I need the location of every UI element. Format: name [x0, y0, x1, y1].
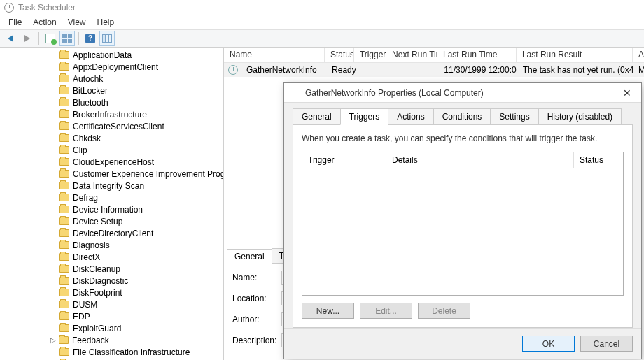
- view-grid-button[interactable]: [59, 31, 75, 46]
- col-status[interactable]: Status: [325, 48, 354, 62]
- tree-item[interactable]: DiskCleanup: [0, 263, 223, 275]
- cell-next: [388, 69, 439, 71]
- details-tab-general[interactable]: General: [227, 249, 272, 264]
- tree-item[interactable]: CertificateServicesClient: [0, 120, 223, 132]
- tree-item[interactable]: DirectX: [0, 251, 223, 263]
- menu-view[interactable]: View: [62, 16, 92, 29]
- new-trigger-button[interactable]: New...: [302, 303, 354, 319]
- panes-icon: [102, 34, 112, 43]
- tree-item[interactable]: Customer Experience Improvement Program: [0, 168, 223, 180]
- cancel-button[interactable]: Cancel: [580, 336, 633, 352]
- tree-item-label: BrokerInfrastructure: [73, 110, 147, 120]
- tree-item[interactable]: Clip: [0, 144, 223, 156]
- dialog-tab-actions[interactable]: Actions: [388, 108, 433, 125]
- folder-icon: [59, 158, 69, 166]
- sheet-icon: [46, 34, 55, 43]
- tree-item-label: Device Setup: [73, 217, 122, 226]
- tree-item-label: File Classification Infrastructure: [73, 347, 190, 357]
- tree-item[interactable]: Chkdsk: [0, 132, 223, 144]
- tree-item[interactable]: Device Setup: [0, 215, 223, 227]
- tree-item[interactable]: BrokerInfrastructure: [0, 108, 223, 120]
- tree-item-label: Device Information: [73, 205, 143, 215]
- tree-item[interactable]: Defrag: [0, 192, 223, 203]
- edit-trigger-button[interactable]: Edit...: [360, 303, 412, 319]
- tree-item[interactable]: EDP: [0, 310, 223, 322]
- col-result[interactable]: Last Run Result: [517, 48, 633, 62]
- folder-icon: [59, 277, 69, 285]
- task-icon: [228, 65, 238, 75]
- toolbar: ?: [0, 29, 644, 48]
- tree-item-label: DiskDiagnostic: [73, 276, 128, 286]
- dialog-titlebar[interactable]: GatherNetworkInfo Properties (Local Comp…: [284, 83, 641, 103]
- folder-icon: [59, 122, 69, 130]
- label-author: Author:: [232, 315, 281, 324]
- dialog-close-button[interactable]: ✕: [619, 87, 636, 99]
- nav-forward-button[interactable]: [20, 31, 35, 46]
- tree-pane[interactable]: ApplicationDataAppxDeploymentClientAutoc…: [0, 48, 224, 360]
- folder-icon: [59, 253, 69, 261]
- folder-icon: [59, 217, 69, 225]
- expander-icon[interactable]: ▷: [49, 336, 57, 344]
- folder-icon: [59, 348, 69, 356]
- col-next[interactable]: Next Run Time: [386, 48, 438, 62]
- task-row[interactable]: GatherNetworkInfo Ready 11/30/1999 12:00…: [224, 63, 644, 77]
- cell-status: Ready: [326, 64, 356, 76]
- tree-item[interactable]: ▷Feedback: [0, 334, 223, 346]
- tree-item[interactable]: Device Information: [0, 203, 223, 215]
- cell-result: The task has not yet run. (0x41303): [517, 64, 633, 76]
- col-name[interactable]: Name: [224, 48, 325, 62]
- window-title: Task Scheduler: [18, 3, 76, 13]
- panes-button[interactable]: [99, 31, 115, 46]
- tree-item[interactable]: ApplicationData: [0, 49, 223, 61]
- help-button[interactable]: ?: [83, 31, 98, 46]
- tree-item[interactable]: DeviceDirectoryClient: [0, 227, 223, 239]
- dialog-action-row: New... Edit... Delete: [302, 303, 624, 319]
- menu-file[interactable]: File: [3, 16, 27, 29]
- cell-last: 11/30/1999 12:00:00 AM: [438, 64, 517, 76]
- tree-item[interactable]: Bluetooth: [0, 96, 223, 108]
- tcol-status[interactable]: Status: [574, 152, 623, 168]
- tcol-details[interactable]: Details: [386, 152, 574, 168]
- dialog-tab-settings[interactable]: Settings: [490, 108, 538, 125]
- folder-icon: [59, 265, 69, 273]
- dialog-tab-history[interactable]: History (disabled): [538, 108, 622, 125]
- tree-item[interactable]: AppxDeploymentClient: [0, 61, 223, 73]
- dialog-tab-triggers[interactable]: Triggers: [340, 108, 389, 125]
- col-triggers[interactable]: Triggers: [354, 48, 386, 62]
- tree-item[interactable]: Autochk: [0, 73, 223, 85]
- tree-item-label: Autochk: [73, 74, 103, 84]
- tree-item[interactable]: Data Integrity Scan: [0, 180, 223, 192]
- toolbar-separator: [38, 32, 39, 45]
- tree-item[interactable]: DUSM: [0, 298, 223, 310]
- tree-item[interactable]: BitLocker: [0, 85, 223, 96]
- dialog-icon: [290, 88, 300, 98]
- menu-help[interactable]: Help: [92, 16, 120, 29]
- folder-icon: [59, 134, 69, 142]
- folder-icon: [59, 75, 69, 82]
- nav-back-button[interactable]: [3, 31, 18, 46]
- delete-trigger-button[interactable]: Delete: [418, 303, 470, 319]
- tree-item[interactable]: CloudExperienceHost: [0, 156, 223, 168]
- tree-item-label: Feedback: [72, 336, 109, 345]
- tree-item[interactable]: ExploitGuard: [0, 322, 223, 334]
- tree-item[interactable]: Diagnosis: [0, 239, 223, 251]
- toolbar-separator: [78, 32, 79, 45]
- tree-item-label: DeviceDirectoryClient: [73, 229, 153, 238]
- dialog-tab-conditions[interactable]: Conditions: [433, 108, 491, 125]
- dialog-tab-general[interactable]: General: [293, 108, 341, 125]
- ok-button[interactable]: OK: [522, 336, 575, 352]
- folder-icon: [59, 229, 69, 237]
- refresh-button[interactable]: [43, 31, 58, 46]
- trigger-list[interactable]: Trigger Details Status: [302, 152, 624, 296]
- tcol-trigger[interactable]: Trigger: [302, 152, 386, 168]
- menu-action[interactable]: Action: [27, 16, 62, 29]
- col-author[interactable]: Author: [633, 48, 644, 62]
- tree-item[interactable]: DiskDiagnostic: [0, 275, 223, 287]
- col-last[interactable]: Last Run Time: [438, 48, 517, 62]
- tree-item[interactable]: DiskFootprint: [0, 287, 223, 298]
- tree-item-label: ApplicationData: [73, 50, 132, 60]
- tree-item-label: Chkdsk: [73, 134, 101, 143]
- tree-item[interactable]: File Classification Infrastructure: [0, 346, 223, 358]
- folder-icon: [59, 170, 69, 178]
- tree-item-label: BitLocker: [73, 86, 108, 96]
